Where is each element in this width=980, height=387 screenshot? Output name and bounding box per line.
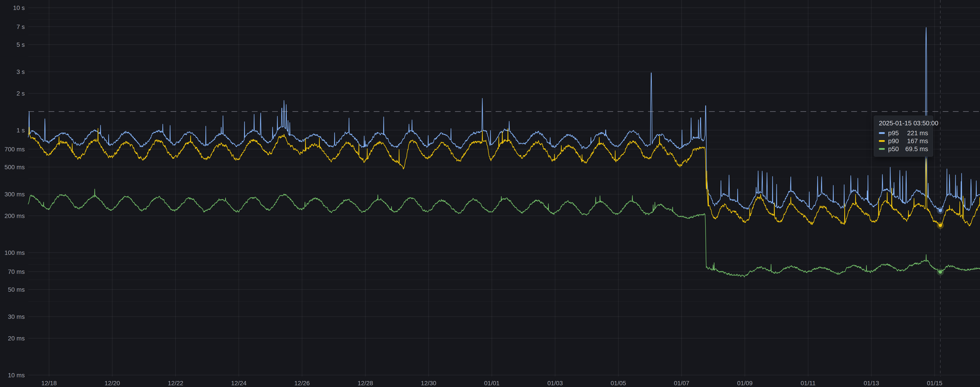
tooltip-series-value: 69.5 ms [905, 145, 928, 153]
x-tick-label: 01/15 [927, 380, 942, 387]
series-swatch-icon [879, 140, 885, 142]
y-tick-label: 700 ms [5, 146, 25, 153]
tooltip-series-value: 221 ms [907, 130, 928, 137]
x-tick-label: 12/20 [105, 380, 120, 387]
latency-percentiles-panel: 10 s7 s5 s3 s2 s1 s700 ms500 ms300 ms200… [0, 0, 980, 387]
tooltip-row-p95: p95221 ms [879, 129, 928, 137]
axis-labels: 10 s7 s5 s3 s2 s1 s700 ms500 ms300 ms200… [5, 5, 942, 387]
y-tick-label: 20 ms [8, 335, 25, 342]
x-tick-label: 01/05 [611, 380, 626, 387]
x-tick-label: 12/26 [294, 380, 310, 387]
tooltip-row-p50: p5069.5 ms [879, 145, 928, 153]
tooltip-timestamp: 2025-01-15 03:50:00 [879, 119, 928, 127]
y-tick-label: 7 s [17, 24, 25, 30]
y-tick-label: 2 s [17, 90, 25, 97]
tooltip-rows: p95221 msp90167 msp5069.5 ms [879, 129, 928, 153]
y-tick-label: 30 ms [8, 313, 25, 320]
tooltip-row-p90: p90167 ms [879, 137, 928, 145]
x-tick-label: 01/07 [674, 380, 689, 387]
y-tick-label: 3 s [17, 68, 25, 75]
x-tick-label: 12/30 [421, 380, 436, 387]
y-tick-label: 300 ms [5, 191, 25, 198]
y-tick-label: 70 ms [8, 268, 25, 275]
y-tick-label: 10 ms [8, 372, 25, 379]
series-line-p95 [28, 27, 980, 211]
x-tick-label: 01/11 [801, 380, 816, 387]
x-tick-label: 01/09 [737, 380, 752, 387]
hover-point-p95 [939, 209, 942, 212]
tooltip-series-value: 167 ms [907, 138, 928, 145]
y-tick-label: 5 s [17, 41, 25, 48]
y-tick-label: 500 ms [5, 164, 25, 171]
series-swatch-icon [879, 148, 885, 150]
x-tick-label: 12/24 [231, 380, 247, 387]
y-tick-label: 50 ms [8, 286, 25, 293]
x-tick-label: 01/03 [547, 380, 563, 387]
grid-lines [28, 0, 980, 376]
tooltip-series-label: p95 [888, 130, 899, 137]
tooltip-series-label: p90 [888, 138, 899, 145]
x-tick-label: 12/28 [358, 380, 373, 387]
y-tick-label: 10 s [13, 5, 25, 11]
x-tick-label: 01/13 [864, 380, 879, 387]
tooltip-series-label: p50 [888, 145, 899, 153]
chart-tooltip: 2025-01-15 03:50:00 p95221 msp90167 msp5… [874, 116, 933, 157]
y-tick-label: 100 ms [5, 249, 25, 256]
x-tick-label: 12/18 [41, 380, 57, 387]
latency-chart[interactable]: 10 s7 s5 s3 s2 s1 s700 ms500 ms300 ms200… [0, 0, 980, 387]
hover-point-p90 [939, 224, 942, 227]
hover-point-p50 [939, 270, 942, 274]
series-line-p50 [28, 189, 980, 277]
series-swatch-icon [879, 132, 885, 134]
y-tick-label: 1 s [17, 127, 25, 134]
x-tick-label: 01/01 [484, 380, 500, 387]
x-tick-label: 12/22 [168, 380, 183, 387]
y-tick-label: 200 ms [5, 213, 25, 219]
